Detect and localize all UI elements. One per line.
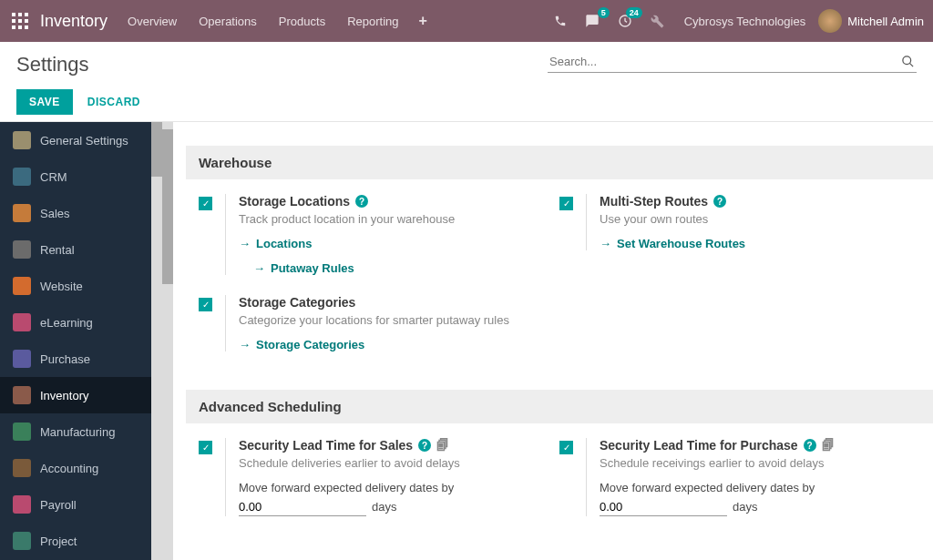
sidebar-scrollbar[interactable] xyxy=(151,122,162,560)
option-security-lead-sales: ✓ Security Lead Time for Sales ? 🗐 Sched… xyxy=(199,438,559,516)
input-security-lead-purchase[interactable] xyxy=(600,498,727,516)
link-locations[interactable]: →Locations xyxy=(239,237,559,250)
avatar xyxy=(818,9,842,33)
sidebar-item-icon xyxy=(13,204,31,222)
option-desc: Track product location in your warehouse xyxy=(239,212,559,226)
tools-icon[interactable] xyxy=(643,11,672,32)
activities-icon[interactable]: 24 xyxy=(610,10,640,32)
search-box[interactable] xyxy=(548,51,917,73)
svg-rect-7 xyxy=(18,25,22,29)
sidebar-item-icon xyxy=(13,277,31,295)
section-advanced-header: Advanced Scheduling xyxy=(186,390,933,423)
content-scrollbar[interactable] xyxy=(162,122,173,560)
sidebar-item-payroll[interactable]: Payroll xyxy=(0,486,162,523)
svg-rect-2 xyxy=(25,13,28,16)
link-putaway-rules[interactable]: →Putaway Rules xyxy=(253,261,559,275)
user-menu[interactable]: Mitchell Admin xyxy=(818,9,924,33)
nav-products[interactable]: Products xyxy=(270,9,334,34)
doc-icon[interactable]: 🗐 xyxy=(822,438,835,453)
svg-rect-4 xyxy=(18,19,22,23)
messages-badge: 5 xyxy=(598,7,610,18)
sidebar-item-icon xyxy=(13,168,31,186)
sidebar-item-icon xyxy=(13,313,31,331)
doc-icon[interactable]: 🗐 xyxy=(436,438,449,453)
sidebar-item-manufacturing[interactable]: Manufacturing xyxy=(0,413,162,450)
settings-content: Warehouse ✓ Storage Locations ? Track pr… xyxy=(186,146,933,540)
app-title[interactable]: Inventory xyxy=(40,12,108,31)
topbar: Inventory Overview Operations Products R… xyxy=(0,0,933,42)
sidebar-item-rental[interactable]: Rental xyxy=(0,231,162,268)
svg-point-10 xyxy=(903,56,911,65)
sidebar-item-label: Rental xyxy=(40,243,75,257)
sidebar-item-label: Project xyxy=(40,535,77,548)
checkbox-storage-locations[interactable]: ✓ xyxy=(199,197,212,210)
sidebar-item-project[interactable]: Project xyxy=(0,523,162,559)
checkbox-storage-categories[interactable]: ✓ xyxy=(199,298,212,311)
sidebar-item-general-settings[interactable]: General Settings xyxy=(0,122,162,158)
option-title: Storage Locations xyxy=(239,194,350,209)
sidebar-item-crm[interactable]: CRM xyxy=(0,158,162,195)
input-security-lead-sales[interactable] xyxy=(239,498,366,516)
messages-icon[interactable]: 5 xyxy=(578,10,607,32)
sidebar-item-label: Manufacturing xyxy=(40,425,115,439)
info-icon[interactable]: ? xyxy=(804,439,816,452)
svg-rect-3 xyxy=(12,19,15,23)
sidebar-item-label: eLearning xyxy=(40,316,93,330)
user-name: Mitchell Admin xyxy=(847,15,924,28)
sidebar-item-accounting[interactable]: Accounting xyxy=(0,450,162,486)
sidebar-item-icon xyxy=(13,350,31,368)
phone-icon[interactable] xyxy=(547,11,574,31)
svg-rect-0 xyxy=(12,13,15,16)
link-storage-categories[interactable]: →Storage Categories xyxy=(239,338,920,351)
control-panel: Settings SAVE DISCARD xyxy=(0,42,933,122)
sidebar-item-inventory[interactable]: Inventory xyxy=(0,377,162,413)
option-desc: Categorize your locations for smarter pu… xyxy=(239,313,920,327)
field-label: Move forward expected delivery dates by xyxy=(239,481,559,494)
info-icon[interactable]: ? xyxy=(355,195,368,208)
discard-button[interactable]: DISCARD xyxy=(82,89,146,115)
info-icon[interactable]: ? xyxy=(418,439,431,452)
option-security-lead-purchase: ✓ Security Lead Time for Purchase ? 🗐 Sc… xyxy=(559,438,920,516)
sidebar-item-elearning[interactable]: eLearning xyxy=(0,304,162,341)
sidebar-item-icon xyxy=(13,423,31,441)
company-name[interactable]: Cybrosys Technologies xyxy=(675,15,815,28)
sidebar-item-purchase[interactable]: Purchase xyxy=(0,341,162,377)
sidebar-item-label: Purchase xyxy=(40,352,90,366)
sidebar-item-icon xyxy=(13,532,31,550)
checkbox-security-lead-purchase[interactable]: ✓ xyxy=(559,441,573,454)
option-storage-categories: ✓ Storage Categories Categorize your loc… xyxy=(199,295,920,351)
unit-label: days xyxy=(733,500,757,514)
option-storage-locations: ✓ Storage Locations ? Track product loca… xyxy=(199,194,559,275)
sidebar-item-label: Website xyxy=(40,280,83,293)
checkbox-security-lead-sales[interactable]: ✓ xyxy=(199,441,212,454)
sidebar-item-icon xyxy=(13,240,31,259)
sidebar-item-website[interactable]: Website xyxy=(0,268,162,304)
field-label: Move forward expected delivery dates by xyxy=(600,481,920,494)
nav-reporting[interactable]: Reporting xyxy=(338,9,407,34)
apps-menu-icon[interactable] xyxy=(9,10,31,32)
sidebar-item-label: CRM xyxy=(40,170,67,184)
link-set-warehouse-routes[interactable]: →Set Warehouse Routes xyxy=(600,237,920,250)
option-title: Security Lead Time for Purchase xyxy=(600,438,798,453)
info-icon[interactable]: ? xyxy=(713,195,726,208)
activities-badge: 24 xyxy=(626,7,642,18)
search-icon[interactable] xyxy=(901,55,915,68)
option-title: Security Lead Time for Sales xyxy=(239,438,413,453)
settings-sidebar: General SettingsCRMSalesRentalWebsiteeLe… xyxy=(0,122,162,560)
nav-overview[interactable]: Overview xyxy=(118,9,186,34)
sidebar-item-sales[interactable]: Sales xyxy=(0,195,162,231)
option-desc: Schedule deliveries earlier to avoid del… xyxy=(239,456,559,470)
sidebar-item-label: Accounting xyxy=(40,462,98,475)
svg-rect-1 xyxy=(18,13,22,16)
svg-rect-8 xyxy=(25,25,28,29)
sidebar-item-label: Payroll xyxy=(40,498,77,512)
sidebar-item-label: Inventory xyxy=(40,389,88,402)
add-icon[interactable]: + xyxy=(412,9,435,33)
svg-rect-6 xyxy=(12,25,15,29)
save-button[interactable]: SAVE xyxy=(16,89,73,115)
sidebar-item-label: Sales xyxy=(40,207,70,220)
checkbox-multi-step-routes[interactable]: ✓ xyxy=(559,197,573,210)
nav-operations[interactable]: Operations xyxy=(190,9,266,34)
search-input[interactable] xyxy=(549,55,901,68)
option-desc: Schedule receivings earlier to avoid del… xyxy=(600,456,920,470)
